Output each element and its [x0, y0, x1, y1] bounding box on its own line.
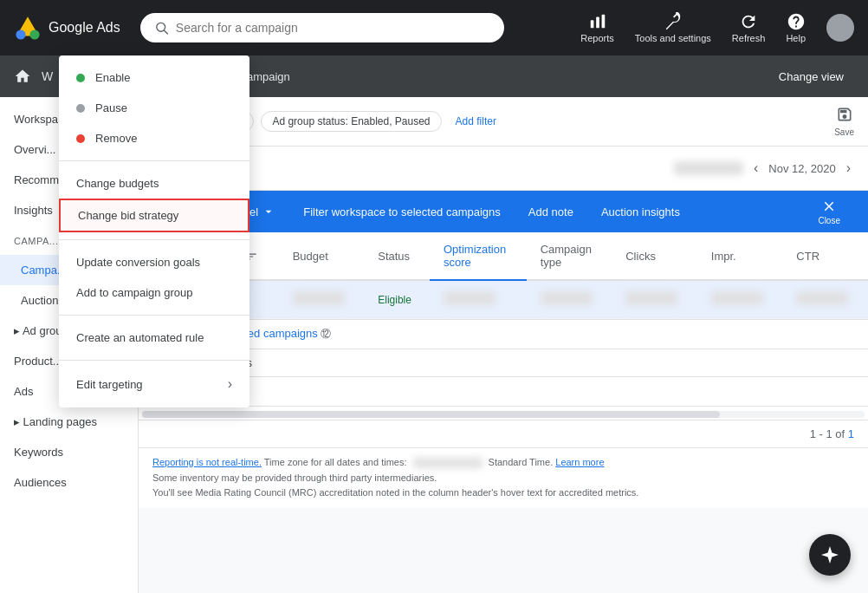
tools-label: Tools and settings	[635, 33, 711, 43]
menu-item-edit-targeting[interactable]: Edit targeting ›	[59, 368, 249, 401]
opt-score-col-header[interactable]: Optimizationscore	[430, 232, 527, 280]
search-icon	[154, 20, 169, 36]
campaign-type-cell	[527, 280, 612, 319]
remove-label: Remove	[95, 132, 137, 145]
filter-chip-adgroup-status[interactable]: Ad group status: Enabled, Paused	[261, 111, 441, 132]
status-cell: Eligible	[364, 280, 430, 319]
scrollbar-thumb[interactable]	[142, 411, 720, 418]
home-icon[interactable]	[14, 68, 31, 85]
label-dropdown-icon	[262, 205, 275, 218]
close-icon	[821, 199, 837, 214]
pagination-text: 1 - 1 of 1	[810, 427, 854, 440]
learn-more-link[interactable]: Learn more	[555, 457, 604, 467]
impr-value	[711, 291, 763, 305]
footer: Reporting is not real-time. Time zone fo…	[139, 447, 868, 508]
update-conversion-label: Update conversion goals	[76, 256, 200, 269]
refresh-icon	[739, 12, 758, 31]
menu-divider-4	[59, 360, 249, 361]
footer-standard-time: Standard Time.	[489, 457, 554, 467]
top-header: Google Ads Reports Tools and settings	[0, 0, 868, 55]
reports-button[interactable]: Reports	[580, 12, 614, 43]
opt-score-value	[444, 291, 496, 305]
change-bid-strategy-label: Change bid strategy	[78, 209, 178, 222]
help-icon-removed[interactable]: ⑫	[321, 328, 331, 340]
svg-rect-6	[596, 17, 599, 29]
budget-value	[293, 291, 345, 305]
footer-line3: You'll see Media Rating Council (MRC) ac…	[152, 485, 854, 501]
clicks-cell	[612, 280, 697, 319]
automated-rule-label: Create an automated rule	[76, 331, 204, 344]
menu-item-enable[interactable]: Enable	[59, 62, 249, 93]
account-initial: W	[42, 69, 53, 83]
bar-chart-icon	[588, 12, 607, 31]
menu-item-remove[interactable]: Remove	[59, 123, 249, 153]
pagination-total: 1	[848, 427, 854, 440]
scrollbar-track	[142, 411, 865, 418]
table-date-nav: ‹ Nov 12, 2020 ›	[674, 157, 854, 179]
sidebar-item-keywords[interactable]: Keywords	[0, 437, 138, 467]
enable-label: Enable	[95, 71, 130, 84]
save-icon-button[interactable]: Save	[834, 106, 854, 137]
menu-divider-2	[59, 239, 249, 240]
add-note-text[interactable]: Add note	[515, 205, 587, 218]
search-input[interactable]	[176, 21, 490, 35]
prev-date-button[interactable]: ‹	[750, 157, 761, 179]
refresh-button[interactable]: Refresh	[732, 12, 766, 43]
menu-item-automated-rule[interactable]: Create an automated rule	[59, 323, 249, 353]
footer-line2: Some inventory may be provided through t…	[152, 471, 854, 486]
svg-point-1	[16, 29, 25, 39]
campaign-type-value	[541, 291, 593, 305]
impr-col-header[interactable]: Impr.	[697, 232, 783, 280]
clicks-col-header[interactable]: Clicks	[612, 232, 697, 280]
budget-cell	[279, 280, 365, 319]
help-label: Help	[786, 33, 806, 43]
google-ads-logo	[14, 14, 42, 42]
help-button[interactable]: Help	[786, 12, 806, 43]
svg-rect-5	[590, 20, 593, 28]
menu-item-pause[interactable]: Pause	[59, 93, 249, 123]
change-view-button[interactable]: Change view	[768, 65, 854, 88]
pause-label: Pause	[95, 101, 127, 114]
footer-timezone-text: Time zone for all dates and times:	[264, 457, 407, 467]
filter-workspace-text: Filter workspace to selected campaigns	[289, 205, 515, 218]
dropdown-menu: Enable Pause Remove Change budgets Chang…	[59, 55, 249, 407]
date-range: Nov 12, 2020	[768, 162, 835, 175]
auction-insights-text[interactable]: Auction insights	[587, 205, 694, 218]
search-bar[interactable]	[140, 13, 504, 42]
app-title: Google Ads	[49, 20, 120, 36]
menu-item-change-budgets[interactable]: Change budgets	[59, 168, 249, 199]
menu-item-add-campaign-group[interactable]: Add to campaign group	[59, 277, 249, 308]
close-button[interactable]: Close	[804, 199, 854, 225]
customer-label	[674, 161, 743, 175]
save-icon	[836, 106, 853, 123]
menu-item-change-bid-strategy[interactable]: Change bid strategy	[59, 199, 249, 232]
svg-line-4	[165, 30, 168, 34]
sidebar-item-audiences[interactable]: Audiences	[0, 467, 138, 498]
ctr-col-header[interactable]: CTR	[782, 232, 868, 280]
refresh-label: Refresh	[732, 33, 766, 43]
pagination-bar: 1 - 1 of 1	[139, 420, 868, 447]
svg-rect-7	[601, 15, 605, 29]
menu-item-update-conversion[interactable]: Update conversion goals	[59, 247, 249, 277]
status-col-header[interactable]: Status	[364, 232, 430, 280]
change-budgets-label: Change budgets	[76, 177, 159, 190]
avatar[interactable]	[826, 14, 854, 42]
reports-label: Reports	[580, 33, 614, 43]
ctr-cell	[782, 280, 868, 319]
budget-col-header[interactable]: Budget	[279, 232, 365, 280]
reporting-link[interactable]: Reporting is not real-time.	[152, 457, 262, 467]
add-campaign-group-label: Add to campaign group	[76, 286, 192, 299]
tools-button[interactable]: Tools and settings	[635, 12, 711, 43]
ai-button[interactable]	[809, 534, 851, 576]
next-date-button[interactable]: ›	[843, 157, 854, 179]
targeting-arrow-icon: ›	[228, 376, 232, 392]
save-label: Save	[834, 127, 854, 137]
footer-line1: Reporting is not real-time. Time zone fo…	[152, 455, 854, 471]
campaign-type-col-header[interactable]: Campaigntype	[527, 232, 612, 280]
logo-area: Google Ads	[14, 14, 126, 42]
svg-point-2	[29, 29, 39, 39]
add-filter-button[interactable]: Add filter	[449, 112, 503, 131]
impr-cell	[697, 280, 783, 319]
ctr-value	[796, 291, 848, 305]
sidebar-item-landing-pages[interactable]: ▸ Landing pages	[0, 407, 138, 437]
